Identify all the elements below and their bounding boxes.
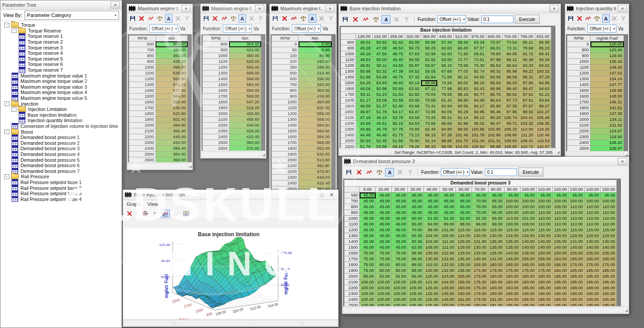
cell[interactable]: 480.00: [299, 99, 332, 105]
cell[interactable]: 190.00: [552, 291, 568, 297]
cell[interactable]: 175.00: [568, 262, 584, 268]
cell[interactable]: 101.00: [520, 216, 536, 221]
cell[interactable]: 45.00: [392, 233, 408, 239]
row-header[interactable]: 1700: [341, 92, 356, 98]
cell[interactable]: 45.00: [376, 216, 392, 221]
cell[interactable]: 130.00: [472, 245, 488, 250]
cell[interactable]: 45.00: [424, 193, 440, 198]
row-header[interactable]: 1300: [129, 82, 156, 88]
close-icon[interactable]: ✕: [111, 1, 120, 8]
cell[interactable]: 180.00: [488, 274, 504, 279]
cell[interactable]: 175.00: [504, 268, 520, 274]
cell[interactable]: 81.00: [472, 216, 488, 221]
row-header[interactable]: 1900: [341, 103, 356, 109]
cell[interactable]: 185.00: [600, 279, 616, 285]
expander-icon[interactable]: [4, 23, 9, 28]
cell[interactable]: 50.69: [389, 86, 405, 92]
row-header[interactable]: 1900: [567, 111, 591, 117]
row-header[interactable]: 2400: [341, 132, 356, 138]
titlebar[interactable]: Maximum engine t... ✕: [201, 4, 266, 13]
cell[interactable]: 43.59: [356, 121, 373, 127]
cell[interactable]: 70.37: [486, 40, 503, 45]
cell[interactable]: 111.00: [440, 239, 456, 245]
cell[interactable]: 45.00: [408, 198, 424, 204]
cell[interactable]: 49.06: [356, 86, 373, 92]
close-icon[interactable]: ✕: [325, 5, 335, 12]
row-header[interactable]: 1400: [345, 239, 360, 245]
cell[interactable]: 568.80: [156, 76, 187, 82]
cell[interactable]: 47.39: [389, 69, 405, 74]
row-header[interactable]: 550: [345, 193, 360, 198]
curve-icon[interactable]: [584, 14, 592, 23]
cell[interactable]: 88.00: [408, 250, 424, 256]
cell[interactable]: 45.00: [408, 210, 424, 216]
cell[interactable]: 100.00: [360, 297, 376, 303]
cell[interactable]: 190.00: [536, 291, 552, 297]
cell[interactable]: 51.37: [372, 103, 389, 109]
cell[interactable]: 304.00: [156, 41, 187, 47]
cell[interactable]: 45.00: [376, 204, 392, 210]
cell[interactable]: 149.00: [520, 250, 536, 256]
cell[interactable]: 185.00: [504, 291, 520, 297]
cell[interactable]: 45.00: [392, 210, 408, 216]
cell[interactable]: 100.00: [376, 291, 392, 297]
cell[interactable]: 70.04: [421, 92, 438, 98]
cell[interactable]: 120.00: [424, 274, 440, 279]
cell[interactable]: 502.40: [156, 117, 187, 123]
function-select[interactable]: Offset (+/-) ▾: [149, 25, 178, 33]
cell[interactable]: 140.00: [568, 245, 584, 250]
cell[interactable]: 80.00: [299, 53, 332, 59]
close-icon[interactable]: ✕: [181, 5, 191, 12]
row-header[interactable]: 1300: [567, 76, 591, 82]
scales-icon[interactable]: [156, 14, 164, 23]
cell[interactable]: 85.54: [486, 63, 503, 69]
cell[interactable]: 571.20: [156, 82, 187, 88]
row-header[interactable]: 2300: [345, 291, 360, 297]
cell[interactable]: 100.00: [376, 285, 392, 291]
cell[interactable]: 88.00: [408, 268, 424, 274]
cell[interactable]: 101.78: [470, 132, 486, 138]
cell[interactable]: 106.00: [440, 233, 456, 239]
cell[interactable]: 568.00: [229, 94, 261, 99]
cell[interactable]: 93.06: [486, 74, 503, 80]
row-header[interactable]: 2200: [345, 285, 360, 291]
cell[interactable]: 67.68: [437, 69, 454, 74]
cell[interactable]: 96.76: [486, 92, 503, 98]
cell[interactable]: 175.00: [536, 268, 552, 274]
cell[interactable]: 188.00: [299, 65, 332, 70]
cell[interactable]: 466.40: [156, 128, 187, 134]
cell[interactable]: 45.00: [456, 198, 472, 204]
cell[interactable]: 125.00: [424, 285, 440, 291]
cell[interactable]: 584.00: [229, 76, 261, 82]
tree-item[interactable]: Torque reserve 6: [1, 62, 121, 67]
cell[interactable]: 181.00: [488, 297, 504, 303]
cell[interactable]: 99.00: [472, 221, 488, 227]
cell[interactable]: 93.94: [535, 98, 551, 103]
cell[interactable]: 536.00: [156, 105, 187, 111]
cell[interactable]: 129.00: [591, 53, 624, 59]
cell[interactable]: 115.00: [488, 227, 504, 233]
demanded-boost-table[interactable]: Demanded boost pressure 30.0010.0020.003…: [343, 179, 621, 312]
cell[interactable]: 116.00: [472, 227, 488, 233]
cell[interactable]: 134.00: [504, 233, 520, 239]
cell[interactable]: 100.32: [535, 69, 551, 74]
cell[interactable]: 45.00: [360, 204, 376, 210]
cell[interactable]: 428.00: [229, 128, 261, 134]
row-header[interactable]: 2300: [129, 140, 156, 146]
row-header[interactable]: 800: [567, 47, 591, 53]
cell[interactable]: 82.44: [421, 127, 438, 132]
cell[interactable]: 105.00: [408, 297, 424, 303]
cell[interactable]: 69.01: [486, 45, 503, 51]
cell[interactable]: 125.00: [424, 291, 440, 297]
cell[interactable]: 104.00: [424, 239, 440, 245]
tree-item[interactable]: Demanded boost pressure 3: [1, 146, 121, 152]
cell[interactable]: 183.00: [504, 285, 520, 291]
cell[interactable]: 100.00: [360, 291, 376, 297]
column-header[interactable]: 320.00: [405, 34, 421, 40]
row-header[interactable]: 2300: [272, 175, 299, 180]
function-select[interactable]: Offset (+/-) ▾: [441, 168, 470, 176]
cell[interactable]: 74.56: [437, 80, 454, 86]
cell[interactable]: 45.51: [372, 121, 389, 127]
cell[interactable]: 99.22: [519, 69, 535, 74]
column-header[interactable]: RPM: [567, 36, 591, 41]
